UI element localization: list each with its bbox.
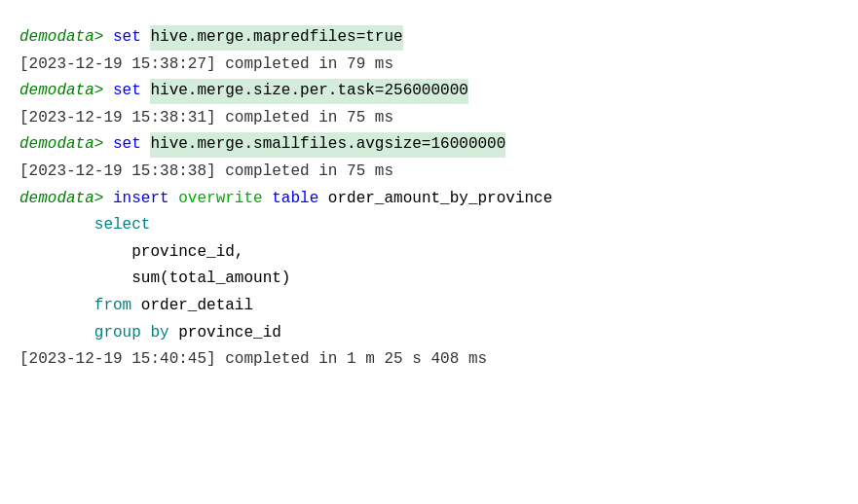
table-source: order_detail bbox=[141, 294, 253, 319]
command-line-5: select bbox=[19, 213, 839, 238]
status-line-1: [2023-12-19 15:38:27] completed in 79 ms bbox=[19, 53, 839, 78]
keyword-overwrite: overwrite bbox=[178, 187, 272, 212]
command-line-8: from order_detail bbox=[19, 294, 839, 319]
command-line-4: demodata> insert overwrite table order_a… bbox=[19, 187, 839, 212]
command-value-2: hive.merge.size.per.task=256000000 bbox=[150, 79, 467, 104]
command-line-3: demodata> set hive.merge.smallfiles.avgs… bbox=[19, 132, 839, 158]
keyword-from: from bbox=[94, 294, 141, 319]
prompt-3: demodata> bbox=[19, 132, 113, 158]
command-value-1: hive.merge.mapredfiles=true bbox=[150, 25, 402, 51]
field-province-id: province_id, bbox=[19, 240, 243, 266]
command-line-1: demodata> set hive.merge.mapredfiles=tru… bbox=[19, 25, 839, 51]
status-text-2: [2023-12-19 15:38:31] completed in 75 ms bbox=[19, 106, 393, 131]
keyword-select: select bbox=[94, 213, 151, 238]
prompt-1: demodata> bbox=[19, 25, 113, 51]
status-line-4: [2023-12-19 15:40:45] completed in 1 m 2… bbox=[19, 347, 839, 373]
indent-group bbox=[19, 321, 94, 346]
prompt-4: demodata> bbox=[19, 187, 113, 212]
status-line-2: [2023-12-19 15:38:31] completed in 75 ms bbox=[19, 106, 839, 131]
prompt-2: demodata> bbox=[19, 79, 113, 104]
command-line-2: demodata> set hive.merge.size.per.task=2… bbox=[19, 79, 839, 104]
terminal: demodata> set hive.merge.mapredfiles=tru… bbox=[19, 16, 839, 384]
keyword-set-1: set bbox=[113, 25, 150, 51]
status-text-4: [2023-12-19 15:40:45] completed in 1 m 2… bbox=[19, 347, 487, 373]
command-line-6: province_id, bbox=[19, 240, 839, 266]
keyword-insert: insert bbox=[113, 187, 178, 212]
command-value-3: hive.merge.smallfiles.avgsize=16000000 bbox=[150, 132, 505, 158]
status-text-1: [2023-12-19 15:38:27] completed in 79 ms bbox=[19, 53, 393, 78]
keyword-table: table bbox=[272, 187, 328, 212]
command-line-7: sum(total_amount) bbox=[19, 267, 839, 292]
indent-from bbox=[19, 294, 94, 319]
table-name: order_amount_by_province bbox=[328, 187, 552, 212]
keyword-set-2: set bbox=[113, 79, 150, 104]
command-line-9: group by province_id bbox=[19, 321, 839, 346]
group-field: province_id bbox=[178, 321, 281, 346]
status-line-3: [2023-12-19 15:38:38] completed in 75 ms bbox=[19, 160, 839, 185]
indent-select bbox=[19, 213, 94, 238]
keyword-set-3: set bbox=[113, 132, 150, 158]
field-sum: sum(total_amount) bbox=[19, 267, 290, 292]
status-text-3: [2023-12-19 15:38:38] completed in 75 ms bbox=[19, 160, 393, 185]
keyword-group-by: group by bbox=[94, 321, 178, 346]
